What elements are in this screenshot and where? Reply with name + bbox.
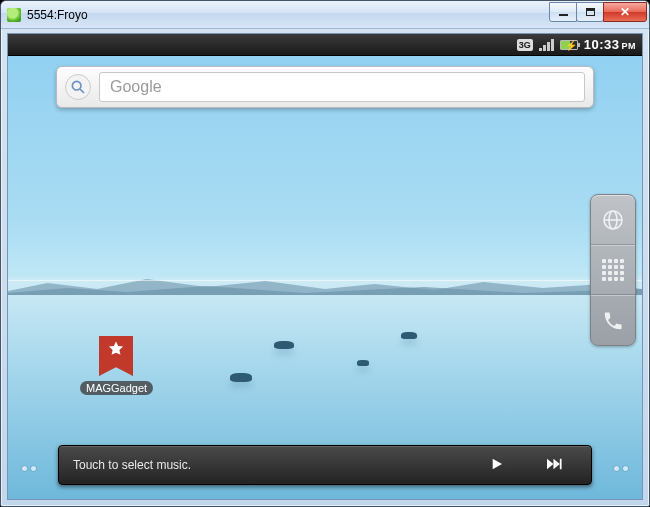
status-bar[interactable]: 3G ⚡ 10:33PM <box>8 34 642 56</box>
status-clock: 10:33PM <box>584 37 636 52</box>
play-icon <box>488 456 504 472</box>
phone-icon <box>602 310 624 332</box>
search-input[interactable] <box>99 72 585 102</box>
music-prompt: Touch to select music. <box>73 458 461 472</box>
app-shortcut-label: MAGGadget <box>80 381 153 395</box>
svg-point-0 <box>72 81 81 90</box>
browser-button[interactable] <box>591 195 635 245</box>
phone-button[interactable] <box>591 295 635 345</box>
bookmark-star-icon <box>99 336 133 376</box>
svg-line-1 <box>80 89 84 93</box>
network-type-badge: 3G <box>517 39 533 51</box>
close-button[interactable]: ✕ <box>603 2 647 22</box>
window-title: 5554:Froyo <box>27 8 88 22</box>
next-icon <box>545 457 563 471</box>
app-drawer-button[interactable] <box>591 245 635 295</box>
maximize-button[interactable] <box>576 2 604 22</box>
music-widget[interactable]: Touch to select music. <box>58 445 592 485</box>
titlebar[interactable]: 5554:Froyo ✕ <box>1 1 649 29</box>
android-icon <box>7 8 21 22</box>
right-dock <box>590 194 636 346</box>
svg-rect-5 <box>560 458 562 469</box>
wallpaper-horizon <box>8 280 642 281</box>
emulator-screen: 3G ⚡ 10:33PM MAGGadget <box>7 33 643 500</box>
signal-icon <box>539 39 554 51</box>
search-icon[interactable] <box>65 74 91 100</box>
globe-icon <box>601 208 625 232</box>
wallpaper-rock <box>401 332 417 339</box>
app-shortcut-maggadget[interactable]: MAGGadget <box>80 336 152 396</box>
app-grid-icon <box>602 259 624 281</box>
emulator-window: 5554:Froyo ✕ 3G ⚡ 10:33PM <box>0 0 650 507</box>
wallpaper-mountains <box>8 271 642 295</box>
next-track-button[interactable] <box>531 457 577 474</box>
wallpaper-rock <box>230 373 252 382</box>
page-indicator-left[interactable] <box>22 466 36 471</box>
google-search-widget[interactable] <box>56 66 594 108</box>
minimize-button[interactable] <box>549 2 577 22</box>
page-indicator-right[interactable] <box>614 466 628 471</box>
wallpaper-rock <box>274 341 294 349</box>
wallpaper-rock <box>357 360 369 366</box>
window-controls: ✕ <box>550 2 647 22</box>
battery-charging-icon: ⚡ <box>560 40 578 50</box>
play-button[interactable] <box>473 456 519 475</box>
